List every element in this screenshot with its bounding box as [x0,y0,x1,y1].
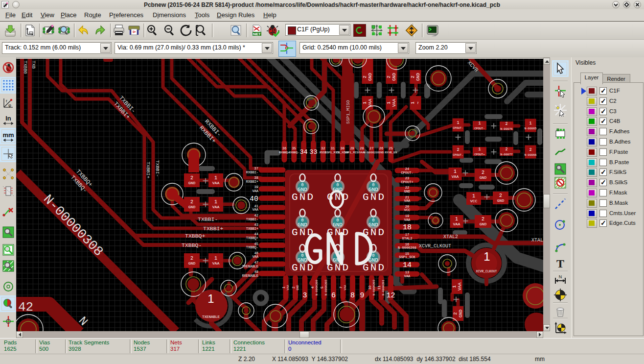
svg-text:TXBBQ-: TXBBQ- [182,242,202,248]
svg-text:11: 11 [377,286,381,290]
svg-text:N-00066: N-00066 [524,153,537,157]
svg-text:1: 1 [282,287,286,289]
svg-text:XTAL2: XTAL2 [402,237,412,241]
svg-text:VAA: VAA [452,174,459,179]
svg-text:VAA: VAA [286,285,290,290]
svg-text:TXBBI-: TXBBI- [155,160,160,177]
svg-text:r: r [6,98,7,103]
svg-text:1: 1 [478,121,481,126]
svg-text:VAA: VAA [252,189,258,193]
svg-text:CPOUT-: CPOUT- [453,126,463,130]
svg-text:GND: GND [379,151,384,154]
svg-text:TXBBI+: TXBBI+ [246,227,258,231]
svg-text:2: 2 [499,193,502,198]
svg-text:VCC: VCC [470,199,478,203]
svg-text:36: 36 [282,146,286,150]
svg-text:2: 2 [505,147,507,152]
svg-text:9: 9 [360,291,364,300]
svg-text:mm: mm [2,131,14,139]
svg-text:27: 27 [369,146,373,150]
svg-text:6: 6 [331,291,336,300]
svg-text:VAA: VAA [212,261,220,266]
svg-text:1: 1 [411,101,415,104]
svg-text:2: 2 [529,147,531,152]
svg-text:GND: GND [392,73,397,81]
svg-text:TXBBI+: TXBBI+ [203,225,224,232]
svg-text:2: 2 [363,75,368,78]
svg-text:CPOUT-: CPOUT- [401,171,413,175]
svg-text:1: 1 [363,101,368,104]
svg-text:2: 2 [292,287,296,289]
svg-text:XCVR_CLKOUT: XCVR_CLKOUT [476,270,497,273]
svg-text:1: 1 [214,175,217,181]
svg-text:1: 1 [478,147,481,152]
svg-text:VAA: VAA [252,255,258,259]
svg-text:GND: GND [296,285,299,290]
svg-text:VAA: VAA [404,199,411,203]
svg-text:N-0000206: N-0000206 [315,279,319,295]
svg-text:RXENABLE: RXENABLE [242,274,258,278]
svg-text:1: 1 [483,250,490,263]
svg-text:VAA: VAA [212,205,220,209]
svg-text:31: 31 [331,146,335,150]
svg-text:NET: NET [253,32,261,36]
svg-text:GND: GND [188,205,196,209]
svg-text:1: 1 [214,256,217,261]
svg-text:RXBBI+: RXBBI+ [246,180,258,184]
svg-text:GND: GND [292,262,313,273]
svg-text:RXBBQ+: RXBBQ+ [279,151,290,154]
svg-text:N-00065: N-00065 [524,127,537,130]
svg-text:3: 3 [302,291,307,300]
svg-text:2: 2 [482,170,484,175]
svg-text:GND: GND [368,73,373,81]
svg-text:VAA: VAA [212,181,220,185]
svg-text:N-0000205: N-0000205 [324,279,328,295]
svg-text:VAA: VAA [368,98,373,107]
svg-text:2: 2 [190,199,193,205]
svg-text:VAA: VAA [392,98,397,107]
svg-text:35: 35 [292,146,296,150]
svg-text:33: 33 [309,148,317,156]
svg-text:4: 4 [311,287,315,289]
svg-text:TXBBQ-: TXBBQ- [246,245,258,249]
svg-text:12: 12 [386,291,395,300]
svg-text:VAA: VAA [404,274,411,278]
svg-text:SSP1_MISO: SSP1_MISO [344,151,360,154]
svg-text:29: 29 [350,146,354,150]
svg-text:GND: GND [188,261,196,266]
svg-text:VAA: VAA [453,222,460,226]
svg-text:GND: GND [188,181,196,185]
svg-text:GND: GND [459,310,463,317]
svg-text:SSP1_SCK: SSP1_SCK [399,255,415,259]
svg-text:2: 2 [190,175,193,181]
svg-text:~: ~ [416,101,421,104]
svg-text:N-0000208: N-0000208 [398,246,416,250]
svg-text:GND: GND [363,262,384,273]
svg-text:2: 2 [505,121,507,126]
svg-text:TXB: TXB [31,61,36,69]
svg-text:XTAL: XTAL [531,238,543,243]
svg-text:VCC: VCC [404,208,411,212]
svg-text:VAA: VAA [404,218,411,222]
svg-text:SSP1_MISO: SSP1_MISO [346,100,351,124]
svg-text:1: 1 [387,101,391,104]
svg-text:N: N [559,274,562,279]
svg-text:N-00076: N-00076 [500,127,513,131]
svg-text:42: 42 [18,300,33,315]
svg-text:25: 25 [389,146,393,150]
svg-text:1: 1 [207,292,214,305]
svg-text:GND: GND [416,73,421,81]
svg-text:T: T [556,257,564,270]
svg-text:2: 2 [190,256,193,261]
svg-text:TXBBI-: TXBBI- [198,216,218,222]
svg-text:GND: GND [480,175,487,180]
svg-text:18: 18 [403,223,412,232]
svg-text:N-0000209: N-0000209 [364,151,380,154]
svg-text:1: 1 [455,217,458,222]
svg-text:CPOUT.: CPOUT. [453,153,463,157]
svg-text:14: 14 [403,261,412,269]
svg-text:CPOUT+: CPOUT+ [474,153,485,156]
svg-text:30: 30 [341,146,345,150]
svg-text:GND: GND [292,192,313,203]
svg-text:TXBBQ+: TXBBQ+ [246,236,258,240]
